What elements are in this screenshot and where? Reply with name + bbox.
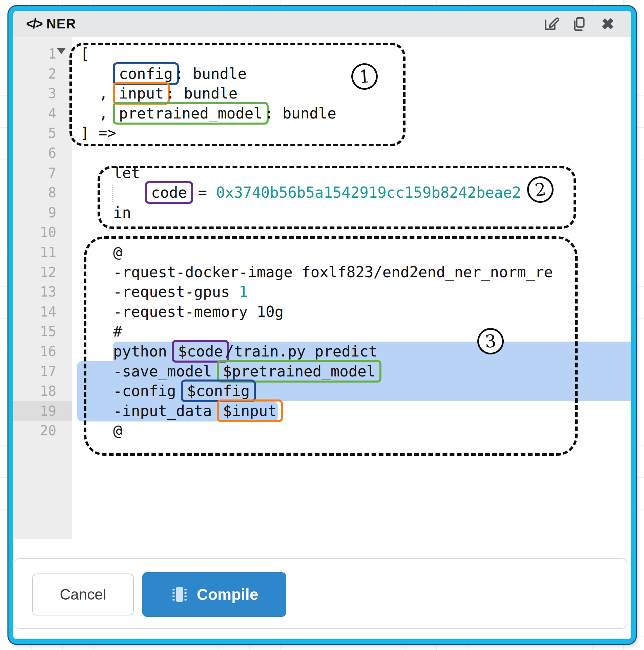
code-text: -request-gpus xyxy=(113,283,239,300)
page-background: </> NER ✖ 123456789101112131415161718192… xyxy=(0,0,644,650)
code-text: [ xyxy=(80,45,89,62)
token-box-orange: $input xyxy=(217,399,283,422)
token-box-green: $pretrained_model xyxy=(217,360,381,383)
code-text: /train.py predict xyxy=(225,343,377,360)
line-number-17: 17 xyxy=(13,362,72,382)
token-box-purple: code xyxy=(145,181,193,204)
line-number-6: 6 xyxy=(13,143,72,163)
code-text: -input_data xyxy=(113,402,221,419)
close-icon[interactable]: ✖ xyxy=(600,16,616,32)
line-number-4: 4 xyxy=(13,104,72,124)
code-line-9: in xyxy=(72,203,631,223)
code-line-13: -request-gpus 1 xyxy=(72,282,631,302)
code-text: @ xyxy=(113,422,122,439)
line-number-19: 19 xyxy=(13,401,72,421)
dialog-title-text: NER xyxy=(46,16,76,31)
line-number-16: 16 xyxy=(13,342,72,362)
code-line-11: @ xyxy=(72,242,631,262)
code-icon: </> xyxy=(26,16,42,31)
code-text: -rquest-docker-image foxlf823/end2end_ne… xyxy=(113,263,553,281)
line-number-1: 1 xyxy=(13,44,72,64)
code-line-10 xyxy=(72,222,631,242)
line-number-11: 11 xyxy=(13,242,72,262)
code-content: [config: bundle, input: bundle, pretrain… xyxy=(72,44,631,441)
line-number-5: 5 xyxy=(13,123,72,143)
line-number-20: 20 xyxy=(13,421,72,441)
code-text: 0x3740b56b5a1542919cc159b8242beae2 xyxy=(216,184,521,201)
code-line-4: , pretrained_model: bundle xyxy=(72,104,631,124)
code-line-3: , input: bundle xyxy=(72,84,631,104)
code-text: = xyxy=(189,184,216,201)
code-line-5: ] => xyxy=(72,123,631,143)
token-box-purple: $code xyxy=(172,340,229,363)
code-text: -save_model xyxy=(113,363,221,380)
compile-button[interactable]: Compile xyxy=(142,572,286,617)
token-box-blue: $config xyxy=(181,380,256,402)
line-number-12: 12 xyxy=(13,262,72,282)
token-box-blue: config xyxy=(113,62,179,85)
line-number-15: 15 xyxy=(13,322,72,342)
line-numbers: 1234567891011121314151617181920 xyxy=(13,44,72,441)
code-line-17: -save_model $pretrained_model xyxy=(72,362,631,382)
line-number-14: 14 xyxy=(13,302,72,322)
code-text: ] => xyxy=(80,124,116,142)
code-text: @ xyxy=(113,243,122,261)
code-line-6 xyxy=(72,143,631,163)
code-line-15: # xyxy=(72,322,631,342)
cancel-button[interactable]: Cancel xyxy=(32,573,134,615)
code-text xyxy=(113,184,149,201)
compile-button-label: Compile xyxy=(197,585,258,604)
token-box-green: pretrained_model xyxy=(113,102,269,125)
edit-icon[interactable] xyxy=(543,16,559,32)
dialog-title: </> NER xyxy=(13,16,76,31)
code-text: : bundle xyxy=(265,105,336,122)
code-text: let xyxy=(113,164,140,181)
code-line-18: -config $config xyxy=(72,381,631,401)
code-text: : bundle xyxy=(166,85,237,102)
line-number-7: 7 xyxy=(13,163,72,183)
line-number-10: 10 xyxy=(13,222,72,242)
code-text: 1 xyxy=(239,283,248,300)
code-text: in xyxy=(113,204,131,221)
code-line-1: [ xyxy=(72,44,631,64)
token-box-orange: input xyxy=(113,82,170,105)
code-text: # xyxy=(113,323,122,340)
line-number-13: 13 xyxy=(13,282,72,302)
code-line-12: -rquest-docker-image foxlf823/end2end_ne… xyxy=(72,262,631,282)
code-line-20: @ xyxy=(72,421,631,441)
dialog-header: </> NER ✖ xyxy=(13,11,631,37)
code-text: -config xyxy=(113,382,185,399)
code-text: : bundle xyxy=(175,65,247,82)
copy-icon[interactable] xyxy=(572,16,587,32)
code-text: python xyxy=(113,343,176,360)
line-number-2: 2 xyxy=(13,64,72,84)
code-line-16: python $code/train.py predict xyxy=(72,342,631,362)
line-number-8: 8 xyxy=(13,183,72,203)
code-line-19: -input_data $input xyxy=(72,401,631,421)
code-text: -request-memory 10g xyxy=(113,303,284,320)
line-number-18: 18 xyxy=(13,381,72,401)
line-number-3: 3 xyxy=(13,84,72,104)
line-number-9: 9 xyxy=(13,203,72,223)
code-line-14: -request-memory 10g xyxy=(72,302,631,322)
header-icons: ✖ xyxy=(543,16,631,32)
chip-icon xyxy=(170,584,189,605)
